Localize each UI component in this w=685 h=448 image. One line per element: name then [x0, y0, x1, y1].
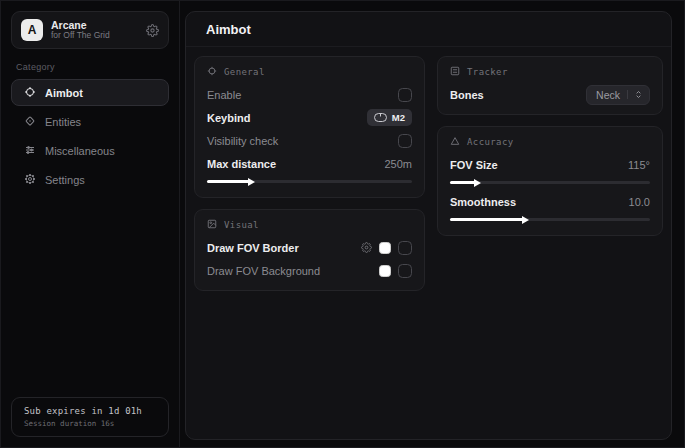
sidebar-item-label: Miscellaneous — [45, 145, 115, 157]
max-distance-value: 250m — [384, 158, 412, 170]
max-distance-row: Max distance 250m — [207, 152, 412, 175]
sidebar: A Arcane for Off The Grid Category Aimbo… — [1, 1, 180, 447]
visibility-check-label: Visibility check — [207, 135, 278, 147]
sidebar-item-label: Settings — [45, 174, 85, 186]
sub-expiry-text: Sub expires in 1d 01h — [24, 406, 156, 416]
draw-fov-background-label: Draw FOV Background — [207, 265, 320, 277]
bones-label: Bones — [450, 89, 484, 101]
sidebar-item-label: Aimbot — [45, 87, 83, 99]
fov-size-row: FOV Size 115° — [450, 153, 650, 176]
draw-fov-border-label: Draw FOV Border — [207, 242, 299, 254]
enable-checkbox[interactable] — [398, 88, 412, 102]
fov-border-color-swatch[interactable] — [379, 242, 391, 254]
sidebar-item-aimbot[interactable]: Aimbot — [11, 79, 169, 106]
app-subtitle: for Off The Grid — [51, 31, 110, 41]
draw-fov-background-row: Draw FOV Background — [207, 259, 412, 282]
card-title: Visual — [224, 220, 259, 230]
keybind-button[interactable]: M2 — [367, 109, 412, 126]
page-title: Aimbot — [186, 12, 671, 47]
bones-row: Bones Neck — [450, 83, 650, 106]
mouse-icon — [374, 113, 387, 122]
visibility-check-row: Visibility check — [207, 129, 412, 152]
visual-card: Visual Draw FOV Border — [194, 209, 425, 291]
accuracy-card: Accuracy FOV Size 115° Smoothness 10.0 — [437, 126, 663, 236]
enable-label: Enable — [207, 89, 241, 101]
gear-icon[interactable] — [361, 242, 372, 253]
fov-size-label: FOV Size — [450, 159, 498, 171]
triangle-icon — [450, 136, 460, 148]
slider-thumb[interactable] — [474, 179, 481, 187]
bones-selected-value: Neck — [596, 89, 620, 101]
category-label: Category — [16, 62, 164, 72]
draw-fov-background-checkbox[interactable] — [398, 264, 412, 278]
smoothness-row: Smoothness 10.0 — [450, 190, 650, 213]
scan-icon — [450, 66, 460, 78]
card-title: General — [224, 67, 265, 77]
card-title: Accuracy — [467, 137, 514, 147]
misc-icon — [24, 144, 36, 158]
keybind-value: M2 — [392, 112, 405, 123]
enable-row: Enable — [207, 83, 412, 106]
app-window: A Arcane for Off The Grid Category Aimbo… — [0, 0, 685, 448]
sidebar-item-miscellaneous[interactable]: Miscellaneous — [11, 137, 169, 164]
main-area: Aimbot General Enable — [180, 1, 684, 447]
max-distance-label: Max distance — [207, 158, 276, 170]
settings-icon — [24, 173, 36, 187]
crosshair-icon — [207, 66, 217, 78]
sidebar-item-settings[interactable]: Settings — [11, 166, 169, 193]
visibility-check-checkbox[interactable] — [398, 134, 412, 148]
app-logo: A — [21, 19, 43, 41]
session-duration-text: Session duration 16s — [24, 419, 156, 428]
sidebar-item-label: Entities — [45, 116, 81, 128]
fov-size-slider[interactable] — [450, 181, 650, 184]
bones-select[interactable]: Neck — [586, 85, 650, 105]
general-card: General Enable Keybind M2 — [194, 56, 425, 198]
keybind-row: Keybind M2 — [207, 106, 412, 129]
fov-background-color-swatch[interactable] — [379, 265, 391, 277]
max-distance-slider[interactable] — [207, 180, 412, 183]
draw-fov-border-checkbox[interactable] — [398, 241, 412, 255]
entities-icon — [24, 115, 36, 129]
smoothness-label: Smoothness — [450, 196, 516, 208]
crosshair-icon — [24, 86, 36, 100]
slider-thumb[interactable] — [248, 178, 255, 186]
smoothness-slider[interactable] — [450, 218, 650, 221]
main-panel: Aimbot General Enable — [185, 11, 672, 440]
draw-fov-border-row: Draw FOV Border — [207, 236, 412, 259]
gear-icon[interactable] — [146, 24, 159, 37]
fov-size-value: 115° — [628, 159, 650, 171]
slider-thumb[interactable] — [522, 216, 529, 224]
app-logo-card: A Arcane for Off The Grid — [11, 11, 169, 49]
smoothness-value: 10.0 — [629, 196, 650, 208]
keybind-label: Keybind — [207, 112, 250, 124]
image-icon — [207, 219, 217, 231]
card-title: Tracker — [467, 67, 508, 77]
unfold-icon — [627, 90, 643, 99]
tracker-card: Tracker Bones Neck — [437, 56, 663, 115]
sidebar-item-entities[interactable]: Entities — [11, 108, 169, 135]
subscription-info: Sub expires in 1d 01h Session duration 1… — [11, 397, 169, 437]
